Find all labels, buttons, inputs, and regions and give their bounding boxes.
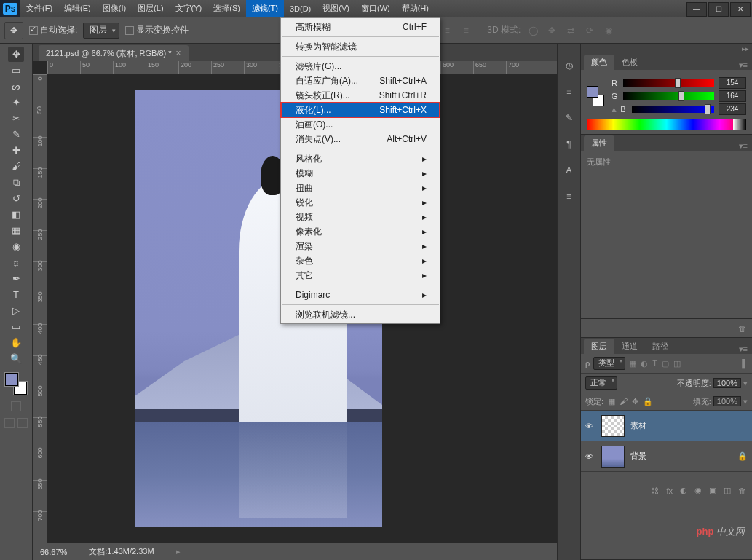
menu-item[interactable]: 像素化▸ <box>281 224 440 239</box>
zoom-tool[interactable]: 🔍 <box>8 351 24 366</box>
lock-all-icon[interactable]: 🔒 <box>643 397 653 406</box>
filter-type-icon[interactable]: T <box>652 359 657 368</box>
dock-icon[interactable]: ✎ <box>562 111 577 125</box>
tab-swatches[interactable]: 色板 <box>614 55 645 70</box>
dock-icon[interactable]: A <box>562 163 577 178</box>
r-value[interactable]: 154 <box>719 77 746 89</box>
menu-item[interactable]: 视频▸ <box>281 210 440 224</box>
rotate-icon[interactable]: ◉ <box>602 25 615 36</box>
link-icon[interactable]: ⛓ <box>651 486 659 495</box>
panel-menu-icon[interactable]: ▾≡ <box>735 60 752 70</box>
menu-item[interactable]: 锐化▸ <box>281 195 440 210</box>
menu-item[interactable]: 液化(L)...Shift+Ctrl+X <box>281 103 440 117</box>
menu-item[interactable]: 图层(L) <box>132 0 169 17</box>
b-slider[interactable] <box>632 106 714 113</box>
opacity-value[interactable]: 100% <box>713 378 741 388</box>
lock-trans-icon[interactable]: ▦ <box>608 397 615 406</box>
panel-menu-icon[interactable]: ▾≡ <box>735 344 752 354</box>
tab-paths[interactable]: 路径 <box>645 339 676 354</box>
menu-item[interactable]: 图像(I) <box>97 0 132 17</box>
lock-paint-icon[interactable]: 🖌 <box>620 397 628 406</box>
menu-item[interactable]: Digimarc▸ <box>281 288 440 302</box>
slide-icon[interactable]: ⟳ <box>583 25 596 36</box>
gradient-tool[interactable]: ▦ <box>8 223 24 238</box>
menu-item[interactable]: 风格化▸ <box>281 151 440 166</box>
show-transform-checkbox[interactable] <box>125 26 134 35</box>
filter-pixel-icon[interactable]: ▦ <box>629 359 636 368</box>
heal-tool[interactable]: ✚ <box>8 143 24 158</box>
panel-menu-icon[interactable]: ▾≡ <box>735 141 752 151</box>
layer-thumbnail[interactable] <box>601 446 625 468</box>
blend-mode-dropdown[interactable]: 正常 <box>585 376 617 390</box>
menu-item[interactable]: 滤镜库(G)... <box>281 59 440 74</box>
g-value[interactable]: 164 <box>719 90 746 102</box>
menu-item[interactable]: 3D(D) <box>284 0 317 17</box>
screen-mode-icon[interactable] <box>4 418 15 428</box>
dock-icon[interactable]: ≡ <box>562 189 577 204</box>
menu-item[interactable]: 消失点(V)...Alt+Ctrl+V <box>281 132 440 146</box>
lasso-tool[interactable]: ᔕ <box>8 79 24 94</box>
marquee-tool[interactable]: ▭ <box>8 63 24 78</box>
menu-item[interactable]: 帮助(H) <box>396 0 435 17</box>
dock-icon[interactable]: ¶ <box>562 137 577 151</box>
layer-item[interactable]: 👁素材 <box>581 411 752 441</box>
filter-smart-icon[interactable]: ◫ <box>673 359 681 368</box>
menu-item[interactable]: 油画(O)... <box>281 117 440 132</box>
dodge-tool[interactable]: ☼ <box>8 255 24 270</box>
group-icon[interactable]: ▣ <box>709 486 716 495</box>
dolly-icon[interactable]: ⇄ <box>564 25 577 36</box>
orbit-icon[interactable]: ◯ <box>526 25 539 36</box>
align-icon[interactable]: ≡ <box>459 25 472 36</box>
layer-kind-dropdown[interactable]: 类型 <box>593 357 625 370</box>
tab-properties[interactable]: 属性 <box>584 135 614 151</box>
pan-icon[interactable]: ✥ <box>545 25 558 36</box>
crop-tool[interactable]: ✂ <box>8 111 24 126</box>
menu-item[interactable]: 杂色▸ <box>281 253 440 268</box>
align-icon[interactable]: ≡ <box>440 25 454 36</box>
path-tool[interactable]: ▷ <box>8 303 24 318</box>
menu-item[interactable]: 窗口(W) <box>355 0 396 17</box>
menu-item[interactable]: 视图(V) <box>317 0 355 17</box>
eraser-tool[interactable]: ◧ <box>8 207 24 222</box>
menu-item[interactable]: 编辑(E) <box>58 0 97 17</box>
r-slider[interactable] <box>623 79 714 87</box>
menu-item[interactable]: 文字(Y) <box>170 0 208 17</box>
document-tab[interactable]: 2121.psd @ 66.7% (素材, RGB/8) * × <box>39 45 189 61</box>
filter-adjust-icon[interactable]: ◐ <box>641 359 648 368</box>
type-tool[interactable]: T <box>8 287 24 302</box>
layer-thumbnail[interactable] <box>601 415 625 437</box>
pen-tool[interactable]: ✒ <box>8 271 24 286</box>
menu-item[interactable]: 选择(S) <box>207 0 246 17</box>
dock-icon[interactable]: ≡ <box>562 84 577 99</box>
minimize-button[interactable]: — <box>686 2 707 17</box>
menu-item[interactable]: 浏览联机滤镜... <box>281 307 440 322</box>
visibility-icon[interactable]: 👁 <box>585 422 595 430</box>
visibility-icon[interactable]: 👁 <box>585 452 595 461</box>
move-tool[interactable]: ✥ <box>8 47 24 62</box>
shape-tool[interactable]: ▭ <box>8 319 24 334</box>
menu-item[interactable]: 文件(F) <box>20 0 58 17</box>
color-swatches[interactable] <box>5 373 27 395</box>
history-brush-tool[interactable]: ↺ <box>8 191 24 206</box>
foreground-swatch[interactable] <box>5 373 18 386</box>
eyedropper-tool[interactable]: ✎ <box>8 127 24 142</box>
color-picker-swatch[interactable] <box>587 86 604 106</box>
close-tab-icon[interactable]: × <box>176 48 181 58</box>
color-spectrum[interactable] <box>587 119 746 130</box>
stamp-tool[interactable]: ⧉ <box>8 175 24 190</box>
tab-color[interactable]: 颜色 <box>584 55 614 70</box>
tab-channels[interactable]: 通道 <box>614 339 645 354</box>
blur-tool[interactable]: ◉ <box>8 239 24 254</box>
menu-item[interactable]: 滤镜(T) <box>246 0 284 17</box>
delete-layer-icon[interactable]: 🗑 <box>738 486 746 495</box>
menu-item[interactable]: 模糊▸ <box>281 166 440 181</box>
fx-icon[interactable]: fx <box>666 486 673 495</box>
layer-item[interactable]: 👁背景🔒 <box>581 441 752 472</box>
filter-shape-icon[interactable]: ▢ <box>662 359 669 368</box>
fill-value[interactable]: 100% <box>713 396 741 406</box>
b-value[interactable]: 234 <box>719 103 746 115</box>
lock-pos-icon[interactable]: ✥ <box>632 397 638 406</box>
menu-item[interactable]: 自适应广角(A)...Shift+Ctrl+A <box>281 74 440 88</box>
zoom-level[interactable]: 66.67% <box>40 548 67 556</box>
g-slider[interactable] <box>623 92 714 100</box>
